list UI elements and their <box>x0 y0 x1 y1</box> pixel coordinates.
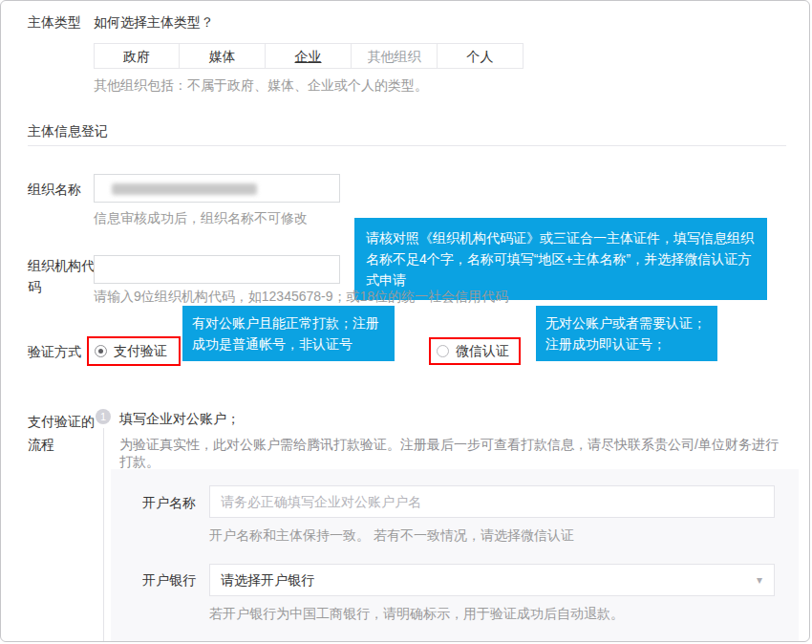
verify-method-label: 验证方式 <box>28 344 81 361</box>
subject-type-note: 其他组织包括：不属于政府、媒体、企业或个人的类型。 <box>94 77 428 95</box>
org-name-hint: 信息审核成功后，组织名称不可修改 <box>94 210 308 227</box>
step-1-badge: 1 <box>96 409 111 424</box>
step-1-title: 填写企业对公账户； <box>119 411 240 428</box>
section-title: 主体信息登记 <box>28 123 108 140</box>
bank-label: 开户银行 <box>142 572 196 590</box>
bank-select[interactable]: 请选择开户银行 ▾ <box>209 564 775 596</box>
account-name-hint: 开户名称和主体保持一致。 若有不一致情况，请选择微信认证 <box>209 527 574 545</box>
wechat-verify-annotation-box: 微信认证 <box>429 337 521 365</box>
wechat-verify-radio[interactable] <box>437 345 449 357</box>
step-timeline-line <box>103 428 104 642</box>
account-name-label: 开户名称 <box>142 495 196 512</box>
bank-hint: 若开户银行为中国工商银行，请明确标示，用于验证成功后自动退款。 <box>209 606 624 623</box>
org-code-hint: 请输入9位组织机构代码，如12345678-9；或18位的统一社会信用代码 <box>94 289 508 306</box>
tab-enterprise[interactable]: 企业 <box>266 43 352 69</box>
payment-verify-radio-label[interactable]: 支付验证 <box>114 343 167 360</box>
subject-type-tabs: 政府 媒体 企业 其他组织 个人 <box>94 43 524 69</box>
org-name-label: 组织名称 <box>28 182 81 199</box>
payment-verify-annotation-box: 支付验证 <box>87 336 181 366</box>
step-1-description: 为验证真实性，此对公账户需给腾讯打款验证。注册最后一步可查看打款信息，请尽快联系… <box>119 437 788 471</box>
payment-verification-tooltip: 有对公账户且能正常打款；注册成功是普通帐号，非认证号 <box>182 306 395 361</box>
org-code-input[interactable] <box>94 255 340 284</box>
bank-account-panel: 开户名称 开户名称和主体保持一致。 若有不一致情况，请选择微信认证 开户银行 请… <box>111 469 799 642</box>
org-name-redacted-value <box>112 183 257 195</box>
subject-type-help-link[interactable]: 如何选择主体类型？ <box>94 14 214 32</box>
chevron-down-icon: ▾ <box>757 565 762 595</box>
tab-government[interactable]: 政府 <box>94 43 180 69</box>
bank-select-value: 请选择开户银行 <box>221 572 314 588</box>
account-name-input[interactable] <box>209 485 775 518</box>
tab-individual[interactable]: 个人 <box>438 43 524 69</box>
wechat-verification-tooltip: 无对公账户或者需要认证；注册成功即认证号； <box>536 306 717 361</box>
tab-other-organization[interactable]: 其他组织 <box>352 43 438 69</box>
wechat-verify-radio-label[interactable]: 微信认证 <box>456 343 509 360</box>
section-divider <box>28 145 786 146</box>
pay-flow-label: 支付验证的流程 <box>28 410 96 456</box>
registration-form: 主体类型 如何选择主体类型？ 政府 媒体 企业 其他组织 个人 其他组织包括：不… <box>0 0 810 642</box>
tab-media[interactable]: 媒体 <box>180 43 266 69</box>
subject-type-label: 主体类型 <box>28 14 81 32</box>
payment-verify-radio[interactable] <box>95 345 107 357</box>
org-code-label: 组织机构代码 <box>28 255 95 297</box>
org-name-input[interactable] <box>94 174 340 203</box>
